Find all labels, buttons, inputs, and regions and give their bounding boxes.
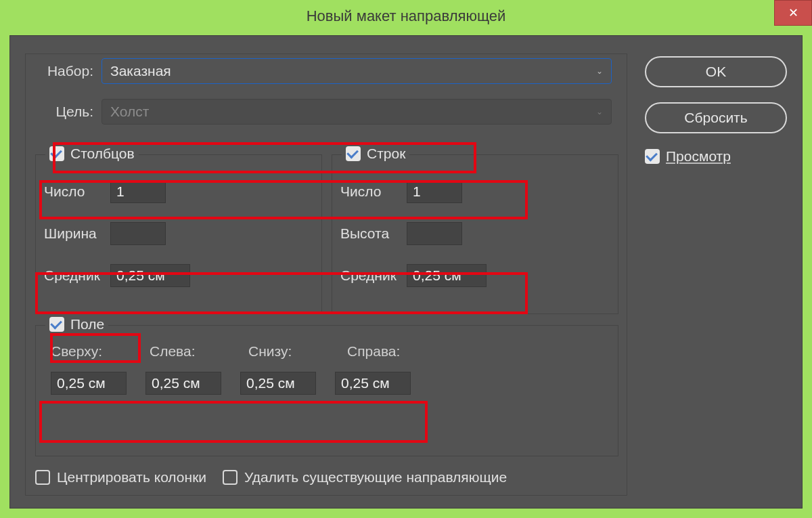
margin-label: Поле xyxy=(70,316,104,332)
close-button[interactable]: ✕ xyxy=(774,0,812,26)
clear-guides-label: Удалить существующие направляющие xyxy=(244,469,507,485)
chevron-down-icon: ⌄ xyxy=(596,107,603,116)
margin-right-input[interactable] xyxy=(335,372,411,395)
ok-label: OK xyxy=(706,64,726,80)
margin-bottom-input[interactable] xyxy=(240,372,316,395)
target-label: Цель: xyxy=(41,104,93,120)
rows-number-input[interactable] xyxy=(407,180,462,203)
ok-button[interactable]: OK xyxy=(645,56,787,87)
bottom-options: Центрировать колонки Удалить существующи… xyxy=(35,469,507,485)
preview-checkbox[interactable] xyxy=(645,149,660,164)
target-select: Холст ⌄ xyxy=(102,99,612,125)
rows-gutter-input[interactable] xyxy=(407,264,487,287)
reset-label: Сбросить xyxy=(684,110,747,126)
clear-guides-checkbox[interactable] xyxy=(223,470,238,485)
chevron-down-icon: ⌄ xyxy=(596,66,603,76)
columns-checkbox[interactable] xyxy=(49,146,64,161)
columns-number-input[interactable] xyxy=(110,180,166,203)
rows-number-label: Число xyxy=(340,184,407,200)
margin-checkbox[interactable] xyxy=(49,317,64,332)
preview-option[interactable]: Просмотр xyxy=(645,148,787,165)
columns-gutter-label: Средник xyxy=(44,267,110,284)
columns-group: Столбцов Число Ширина Средник xyxy=(35,154,322,314)
margin-title: Поле xyxy=(45,316,108,332)
columns-number-label: Число xyxy=(44,184,110,200)
center-columns-label: Центрировать колонки xyxy=(57,469,206,485)
close-icon: ✕ xyxy=(788,5,798,20)
rows-height-label: Высота xyxy=(340,225,407,242)
rows-label: Строк xyxy=(367,146,405,162)
dialog-body: Набор: Заказная ⌄ Цель: Холст ⌄ Столбцов xyxy=(9,35,803,509)
columns-title: Столбцов xyxy=(45,146,139,162)
margin-inputs xyxy=(36,372,618,395)
target-row: Цель: Холст ⌄ xyxy=(41,99,612,125)
margin-right-label: Справа: xyxy=(347,343,415,360)
rows-group: Строк Число Высота Средник xyxy=(332,154,618,314)
margin-bottom-label: Снизу: xyxy=(248,343,316,360)
margin-left-label: Слева: xyxy=(150,343,217,360)
margin-top-label: Сверху: xyxy=(51,343,118,360)
preset-row: Набор: Заказная ⌄ xyxy=(41,58,612,84)
rows-gutter-row: Средник xyxy=(332,261,618,290)
columns-width-input[interactable] xyxy=(110,222,166,245)
dialog-window: Новый макет направляющей ✕ Набор: Заказн… xyxy=(0,0,812,518)
rows-title: Строк xyxy=(342,146,409,162)
preset-value: Заказная xyxy=(110,63,171,79)
columns-number-row: Число xyxy=(36,177,321,207)
reset-button[interactable]: Сбросить xyxy=(645,102,787,133)
center-columns-checkbox[interactable] xyxy=(35,470,50,485)
rows-height-input[interactable] xyxy=(407,222,462,245)
clear-guides-option[interactable]: Удалить существующие направляющие xyxy=(223,469,507,485)
preset-label: Набор: xyxy=(41,63,93,79)
columns-gutter-input[interactable] xyxy=(110,264,190,287)
target-value: Холст xyxy=(110,104,149,120)
side-panel: OK Сбросить Просмотр xyxy=(645,56,787,165)
preview-label: Просмотр xyxy=(666,148,731,165)
titlebar: Новый макет направляющей ✕ xyxy=(0,0,812,33)
rows-checkbox[interactable] xyxy=(346,146,361,161)
preset-select[interactable]: Заказная ⌄ xyxy=(102,58,612,84)
margin-top-input[interactable] xyxy=(51,372,127,395)
dialog-title: Новый макет направляющей xyxy=(307,7,506,25)
rows-gutter-label: Средник xyxy=(340,267,407,284)
columns-width-row: Ширина xyxy=(36,219,321,249)
margin-group: Поле Сверху: Слева: Снизу: Справа: xyxy=(35,325,618,456)
rows-number-row: Число xyxy=(332,177,618,207)
rows-height-row: Высота xyxy=(332,219,618,249)
margin-left-input[interactable] xyxy=(145,372,221,395)
columns-width-label: Ширина xyxy=(44,225,110,242)
main-panel: Набор: Заказная ⌄ Цель: Холст ⌄ Столбцов xyxy=(25,53,627,496)
columns-gutter-row: Средник xyxy=(36,261,321,290)
center-columns-option[interactable]: Центрировать колонки xyxy=(35,469,206,485)
columns-label: Столбцов xyxy=(70,146,135,162)
margin-labels: Сверху: Слева: Снизу: Справа: xyxy=(36,343,618,360)
